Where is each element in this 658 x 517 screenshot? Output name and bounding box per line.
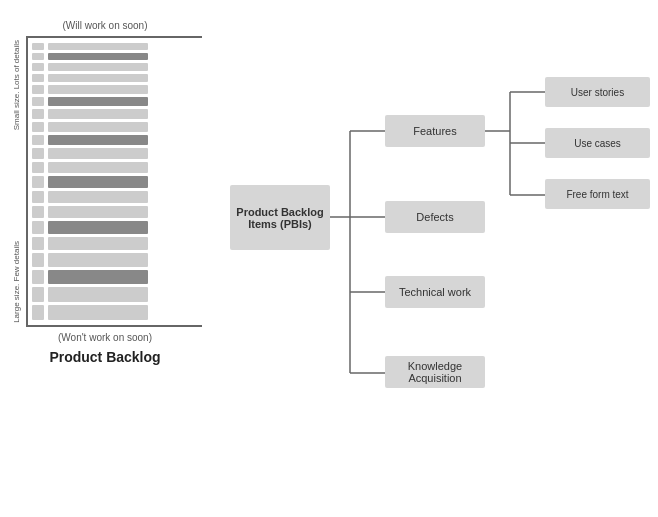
backlog-row: [32, 237, 198, 250]
user-stories-box: User stories: [545, 77, 650, 107]
features-box: Features: [385, 115, 485, 147]
user-stories-label: User stories: [571, 87, 624, 98]
knowledge-label: Knowledge Acquisition: [385, 360, 485, 384]
bar-right: [48, 176, 148, 188]
technical-label: Technical work: [399, 286, 471, 298]
backlog-row: [32, 63, 198, 71]
backlog-row: [32, 43, 198, 50]
bar-left: [32, 221, 44, 234]
backlog-row: [32, 53, 198, 60]
defects-box: Defects: [385, 201, 485, 233]
backlog-row: [32, 122, 198, 132]
bar-right: [48, 97, 148, 106]
bar-left: [32, 237, 44, 250]
bar-right: [48, 237, 148, 250]
backlog-row: [32, 97, 198, 106]
backlog-row: [32, 206, 198, 218]
bar-right: [48, 206, 148, 218]
bar-right: [48, 63, 148, 71]
backlog-row: [32, 162, 198, 173]
bar-right: [48, 270, 148, 284]
knowledge-acquisition-box: Knowledge Acquisition: [385, 356, 485, 388]
bar-left: [32, 109, 44, 119]
size-label-small: Small size. Lots of details: [13, 40, 22, 130]
bar-left: [32, 74, 44, 82]
bar-left: [32, 270, 44, 284]
diagram-inner: Product Backlog Items (PBIs) Features De…: [210, 15, 658, 517]
bar-right: [48, 85, 148, 94]
backlog-row: [32, 176, 198, 188]
bar-right: [48, 162, 148, 173]
bar-left: [32, 287, 44, 302]
free-form-text-box: Free form text: [545, 179, 650, 209]
use-cases-box: Use cases: [545, 128, 650, 158]
bar-right: [48, 191, 148, 203]
bar-right: [48, 74, 148, 82]
backlog-row: [32, 135, 198, 145]
backlog-row: [32, 305, 198, 320]
bar-right: [48, 221, 148, 234]
bar-left: [32, 176, 44, 188]
bar-left: [32, 53, 44, 60]
bar-left: [32, 43, 44, 50]
bar-left: [32, 148, 44, 159]
defects-label: Defects: [416, 211, 453, 223]
bar-left: [32, 253, 44, 267]
backlog-row: [32, 221, 198, 234]
bar-left: [32, 162, 44, 173]
backlog-row: [32, 74, 198, 82]
backlog-row: [32, 287, 198, 302]
bar-left: [32, 305, 44, 320]
backlog-label-top: (Will work on soon): [0, 20, 210, 31]
backlog-row: [32, 270, 198, 284]
bar-right: [48, 43, 148, 50]
bar-right: [48, 135, 148, 145]
features-label: Features: [413, 125, 456, 137]
bar-left: [32, 135, 44, 145]
bar-right: [48, 109, 148, 119]
backlog-row: [32, 85, 198, 94]
use-cases-label: Use cases: [574, 138, 621, 149]
bar-left: [32, 97, 44, 106]
technical-work-box: Technical work: [385, 276, 485, 308]
backlog-row: [32, 253, 198, 267]
bar-right: [48, 305, 148, 320]
backlog-row: [32, 148, 198, 159]
size-label-large: Large size. Few details: [13, 241, 22, 323]
bar-left: [32, 191, 44, 203]
bar-right: [48, 53, 148, 60]
bar-left: [32, 122, 44, 132]
diagram-section: Product Backlog Items (PBIs) Features De…: [210, 0, 658, 517]
bar-right: [48, 122, 148, 132]
backlog-row: [32, 109, 198, 119]
bar-left: [32, 206, 44, 218]
pbi-label: Product Backlog Items (PBIs): [230, 206, 330, 230]
bar-right: [48, 148, 148, 159]
bar-right: [48, 287, 148, 302]
main-container: (Will work on soon) Small size. Lots of …: [0, 0, 658, 517]
bar-left: [32, 85, 44, 94]
backlog-section: (Will work on soon) Small size. Lots of …: [0, 0, 210, 517]
bar-left: [32, 63, 44, 71]
product-backlog-title: Product Backlog: [0, 349, 210, 365]
free-form-label: Free form text: [566, 189, 628, 200]
backlog-items: [26, 36, 202, 327]
backlog-row: [32, 191, 198, 203]
bar-right: [48, 253, 148, 267]
pbi-box: Product Backlog Items (PBIs): [230, 185, 330, 250]
backlog-label-bottom: (Won't work on soon): [0, 332, 210, 343]
